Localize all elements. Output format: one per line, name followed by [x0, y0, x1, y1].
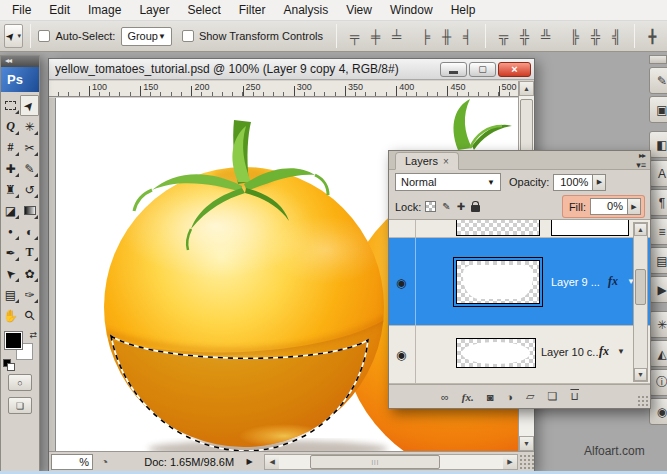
menu-file[interactable]: File: [3, 0, 40, 20]
clone-stamp-tool[interactable]: ♜: [1, 179, 20, 200]
dock-grip[interactable]: [649, 55, 667, 64]
zoom-level-field[interactable]: %: [51, 454, 93, 470]
layer-row[interactable]: ◉ Layer 10 c... fx ▼: [389, 326, 650, 384]
move-tool[interactable]: ➤: [20, 95, 39, 116]
align-right-edges-button[interactable]: ╡: [457, 26, 478, 46]
toolbox-collapse-bar[interactable]: ◂◂: [1, 56, 39, 67]
color-panel-icon[interactable]: ◉: [649, 398, 667, 425]
actions-panel-icon[interactable]: ▶: [649, 276, 667, 303]
fill-field[interactable]: 0%: [590, 198, 628, 215]
new-group-icon[interactable]: ▱: [526, 390, 534, 403]
menu-analysis[interactable]: Analysis: [274, 0, 337, 20]
screen-mode-button[interactable]: ❏: [8, 397, 32, 414]
layer-style-icon[interactable]: fx.: [462, 391, 474, 403]
lock-position-icon[interactable]: ✚: [457, 201, 465, 212]
layer-fx-badge[interactable]: fx: [608, 274, 618, 289]
auto-select-target-select[interactable]: Group ▼: [121, 27, 172, 46]
menu-view[interactable]: View: [337, 0, 381, 20]
distribute-left-edges-button[interactable]: ╠: [564, 26, 585, 46]
scroll-up-icon[interactable]: ▲: [519, 81, 534, 96]
horizontal-scroll-track[interactable]: |||: [279, 455, 503, 469]
scroll-down-icon[interactable]: ▼: [519, 436, 534, 451]
opacity-field[interactable]: 100%: [553, 174, 593, 191]
maximize-button[interactable]: ▢: [469, 62, 496, 77]
slice-tool[interactable]: ✂: [20, 137, 39, 158]
window-resize-grip[interactable]: [518, 453, 534, 471]
menu-image[interactable]: Image: [79, 0, 130, 20]
histogram-panel-icon[interactable]: ◭: [649, 340, 667, 367]
horizontal-scrollbar[interactable]: ◀ ||| ▶: [264, 454, 518, 470]
quick-mask-button[interactable]: ○: [8, 374, 32, 391]
layer-fx-badge[interactable]: fx: [599, 344, 609, 359]
layer-thumbnail[interactable]: [456, 260, 540, 304]
layer-thumbnail[interactable]: [456, 220, 540, 236]
layer-mask-thumbnail[interactable]: [551, 220, 629, 236]
eyedropper-tool[interactable]: ✑: [20, 284, 39, 305]
custom-shape-tool[interactable]: ✿: [20, 263, 39, 284]
gradient-tool[interactable]: [20, 200, 39, 221]
status-options-icon[interactable]: ▶: [243, 454, 256, 470]
swatches-panel-icon[interactable]: ◧: [649, 131, 667, 158]
menu-edit[interactable]: Edit: [40, 0, 79, 20]
history-brush-tool[interactable]: ↺: [20, 179, 39, 200]
fx-collapse-icon[interactable]: ▼: [617, 347, 625, 356]
swap-colors-icon[interactable]: ⇄: [29, 330, 37, 340]
align-horizontal-centers-button[interactable]: ╫: [436, 26, 457, 46]
menu-layer[interactable]: Layer: [130, 0, 178, 20]
brushes-panel-icon[interactable]: ✎: [649, 67, 667, 94]
align-bottom-edges-button[interactable]: ╧: [386, 26, 407, 46]
scroll-left-icon[interactable]: ◀: [265, 455, 279, 469]
auto-align-layers-button[interactable]: ╋: [642, 26, 663, 46]
type-tool[interactable]: T: [20, 242, 39, 263]
panel-menu-icon[interactable]: ▾≡: [636, 160, 646, 170]
link-layers-icon[interactable]: ∞: [441, 391, 449, 403]
visibility-eye-icon[interactable]: ◉: [396, 348, 406, 362]
menu-help[interactable]: Help: [442, 0, 485, 20]
distribute-top-edges-button[interactable]: ╦: [493, 26, 514, 46]
lock-pixels-icon[interactable]: ✎: [442, 201, 450, 212]
scroll-down-icon[interactable]: ▼: [634, 368, 647, 381]
blend-mode-select[interactable]: Normal ▼: [395, 173, 501, 191]
distribute-right-edges-button[interactable]: ╣: [606, 26, 627, 46]
lock-transparency-icon[interactable]: [425, 201, 436, 212]
adjustment-layer-icon[interactable]: ◑: [506, 391, 513, 403]
crop-tool[interactable]: #: [1, 137, 20, 158]
layer-thumbnail[interactable]: [456, 338, 536, 368]
layer-row-selected[interactable]: ◉ Layer 9 ... fx ▼: [389, 238, 650, 326]
character-panel-icon[interactable]: A: [649, 160, 667, 187]
menu-window[interactable]: Window: [381, 0, 442, 20]
scroll-right-icon[interactable]: ▶: [503, 455, 517, 469]
eraser-tool[interactable]: ◪: [1, 200, 20, 221]
info-panel-icon[interactable]: ⓘ: [649, 369, 667, 396]
default-colors-icon[interactable]: [3, 359, 11, 367]
hand-tool[interactable]: ✋: [1, 305, 20, 326]
minimize-button[interactable]: [440, 62, 467, 77]
align-vertical-centers-button[interactable]: ╪: [365, 26, 386, 46]
distribute-vertical-centers-button[interactable]: ╬: [514, 26, 535, 46]
menu-filter[interactable]: Filter: [230, 0, 275, 20]
layers-scrollbar[interactable]: ▲ ▼: [633, 222, 648, 382]
align-left-edges-button[interactable]: ╞: [415, 26, 436, 46]
clone-source-panel-icon[interactable]: ▣: [649, 96, 667, 123]
visibility-eye-icon[interactable]: ◉: [396, 276, 406, 290]
paragraph-panel-icon[interactable]: ¶: [649, 189, 667, 216]
layer-name[interactable]: Layer 10 c...: [541, 346, 602, 358]
fill-slider-icon[interactable]: ▶: [628, 198, 641, 215]
new-layer-icon[interactable]: ❏: [548, 390, 558, 403]
lasso-tool[interactable]: Q: [1, 116, 20, 137]
layer-name[interactable]: Layer 9 ...: [551, 276, 600, 288]
collapse-panel-icon[interactable]: ▸▸: [639, 151, 645, 160]
magic-wand-tool[interactable]: ✳: [20, 116, 39, 137]
document-title-bar[interactable]: yellow_tomatoes_tutorial.psd @ 100% (Lay…: [49, 59, 534, 80]
layer-mask-icon[interactable]: ◙: [487, 391, 494, 403]
menu-select[interactable]: Select: [178, 0, 229, 20]
opacity-slider-icon[interactable]: ▶: [593, 174, 606, 191]
scroll-up-icon[interactable]: ▲: [634, 223, 647, 236]
zoom-tool[interactable]: ⚲: [20, 305, 39, 326]
channels-panel-icon[interactable]: ▤: [649, 247, 667, 274]
lock-all-icon[interactable]: [471, 205, 480, 212]
auto-select-checkbox[interactable]: [38, 30, 50, 42]
close-button[interactable]: ×: [498, 62, 531, 77]
layer-row-partial[interactable]: [389, 220, 650, 238]
path-selection-tool[interactable]: ➤: [1, 263, 20, 284]
